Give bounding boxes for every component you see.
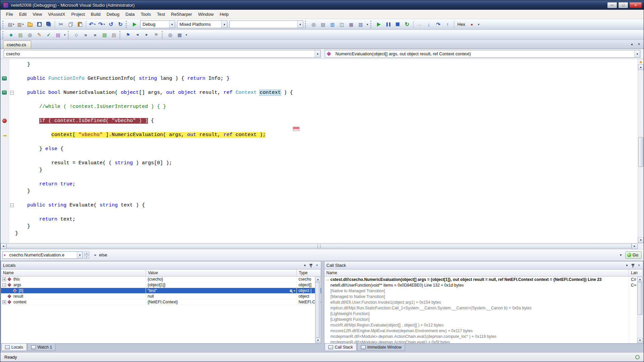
chevron-down-icon[interactable]: ▾ [169, 21, 175, 28]
resharper-warning-icon[interactable]: ▲ [638, 59, 644, 64]
show-next-statement-button[interactable]: → [415, 20, 424, 29]
indent-button[interactable]: » [82, 31, 90, 39]
stack-frame[interactable]: [Lightweight Function] [324, 316, 643, 322]
va-open-file-button[interactable]: ▨ [16, 31, 25, 39]
outdent-button[interactable]: « [91, 31, 100, 39]
code-line[interactable]: //while ( !context.IsUserInterrupted ) {… [0, 103, 638, 110]
callstack-panel-header[interactable]: Call Stack ▾ × [324, 261, 643, 269]
line-indicator-margin[interactable] [0, 61, 9, 68]
go-button[interactable]: Go [625, 251, 642, 259]
line-indicator-margin[interactable] [0, 103, 9, 110]
copy-button[interactable] [66, 20, 75, 29]
line-indicator-margin[interactable] [0, 117, 9, 124]
types-combo[interactable]: csecho ▾ [4, 50, 321, 58]
line-indicator-margin[interactable] [0, 75, 9, 82]
expander-icon[interactable]: + [2, 278, 6, 281]
menu-file[interactable]: File [3, 10, 16, 18]
scroll-down-icon[interactable]: ▼ [637, 338, 643, 343]
code-line[interactable]: return text; [0, 216, 638, 223]
expander-icon[interactable]: − [2, 283, 6, 287]
start-page-button[interactable]: ▧ [356, 20, 365, 29]
maximize-button[interactable]: □ [618, 2, 628, 8]
paste-button[interactable] [75, 20, 84, 29]
document-list-chevron-icon[interactable]: ▾ [629, 41, 635, 47]
va-spinner[interactable]: ▲ ▼ [84, 251, 89, 259]
navigate-back-button[interactable]: ↺ [107, 20, 115, 29]
line-indicator-margin[interactable] [0, 82, 9, 89]
stack-frame[interactable]: efiutlr.dll!Efi.User.Function.Invoke1(ob… [324, 299, 643, 305]
va-outline-button[interactable]: ◆ [7, 31, 15, 39]
chevron-down-icon[interactable]: ▾ [315, 50, 320, 57]
cut-button[interactable]: ✂ [57, 20, 65, 29]
code-editor[interactable]: } public FunctionInfo GetFunctionInfo( s… [0, 59, 644, 243]
line-indicator-margin[interactable] [0, 110, 9, 117]
line-indicator-margin[interactable] [0, 138, 9, 145]
undo-button[interactable]: ↶▾ [88, 20, 97, 29]
value-visualizer[interactable]: ▾ [290, 289, 297, 292]
close-icon[interactable]: × [636, 263, 642, 268]
collapse-icon[interactable]: − [10, 91, 14, 95]
code-line[interactable] [0, 68, 638, 75]
stack-frame[interactable]: netefi.dll!UserFunction(void** items = 0… [324, 282, 643, 288]
properties-window-button[interactable]: ▥ [328, 20, 337, 29]
toolbar-options-chevron-icon[interactable]: ▾ [184, 33, 189, 37]
column-header-lan[interactable]: Lan [629, 269, 643, 276]
toolbar-grip[interactable] [126, 21, 128, 28]
code-line[interactable]: } [0, 61, 638, 68]
line-indicator-margin[interactable] [0, 89, 9, 96]
callstack-scrollbar[interactable]: ▲ ▼ [637, 277, 643, 343]
scroll-right-icon[interactable]: ► [632, 243, 638, 249]
solution-platforms-combo[interactable]: Mixed Platforms▾ [177, 20, 227, 28]
menu-view[interactable]: View [30, 10, 45, 18]
menu-test[interactable]: Test [154, 10, 168, 18]
line-indicator-margin[interactable] [0, 145, 9, 153]
menu-help[interactable]: Help [217, 10, 232, 18]
va-spell-check-button[interactable]: ✓ [44, 31, 53, 39]
scrollbar-track[interactable] [637, 282, 643, 338]
code-line[interactable] [0, 174, 638, 181]
menu-resharper[interactable]: ReSharper [168, 10, 195, 18]
va-find-references-button[interactable]: ◎ [25, 31, 34, 39]
line-indicator-margin[interactable]: → [0, 131, 9, 138]
spin-down-icon[interactable]: ▼ [84, 255, 89, 259]
line-indicator-margin[interactable] [0, 230, 9, 237]
locals-row-this[interactable]: +this{csecho}csecho [1, 277, 321, 282]
close-button[interactable]: × [629, 2, 642, 8]
code-line[interactable]: result = Evaluate( ( string ) args[0] ); [0, 160, 638, 167]
code-line[interactable]: } [0, 230, 638, 237]
find-combo[interactable]: ▾ [229, 20, 303, 28]
line-indicator-margin[interactable] [0, 216, 9, 223]
column-header-name[interactable]: Name [324, 269, 629, 276]
code-line[interactable] [0, 82, 638, 89]
column-header-value[interactable]: Value [146, 269, 297, 276]
code-line[interactable]: return true; [0, 181, 638, 188]
magnifier-icon[interactable] [290, 290, 292, 292]
stack-frame[interactable]: mcdepmanR.dll!<Module>.depman.ActionChai… [324, 334, 643, 339]
chevron-down-icon[interactable]: ▾ [94, 23, 96, 26]
line-indicator-margin[interactable] [0, 195, 9, 202]
prev-bookmark-button[interactable]: ◄ [133, 31, 142, 39]
window-position-icon[interactable]: ▾ [302, 263, 308, 268]
scrollbar-track[interactable] [315, 282, 321, 338]
va-snippets-button[interactable]: ▤ [54, 31, 62, 39]
locals-row-args[interactable]: −args{object[1]}object[] [1, 282, 321, 288]
close-icon[interactable]: × [314, 263, 320, 268]
panel-tab-locals[interactable]: Locals [1, 344, 27, 351]
continue-button[interactable] [375, 20, 383, 29]
toggle-bookmark-button[interactable]: ⚑ [124, 31, 132, 39]
hex-button[interactable]: Hex [456, 20, 467, 29]
scroll-down-icon[interactable]: ▼ [638, 237, 644, 243]
code-line[interactable] [0, 153, 638, 160]
comment-button[interactable]: ▧ [100, 31, 109, 39]
line-indicator-margin[interactable] [0, 160, 9, 167]
panel-tab-watch-1[interactable]: Watch 1 [28, 344, 56, 351]
chevron-down-icon[interactable]: ▾ [22, 23, 24, 26]
expander-icon[interactable]: + [2, 300, 6, 304]
stack-frame[interactable]: mplrun.dll!Mpl.Run.StaticFunction.Call_1… [324, 305, 643, 311]
code-line[interactable]: − public string Evaluate( string text ) … [0, 202, 638, 209]
line-indicator-margin[interactable] [0, 96, 9, 103]
window-position-icon[interactable]: ▾ [624, 263, 630, 268]
pin-icon[interactable] [631, 263, 635, 268]
save-all-button[interactable] [44, 20, 53, 29]
tab-csecho-cs[interactable]: csecho.cs [3, 41, 31, 49]
